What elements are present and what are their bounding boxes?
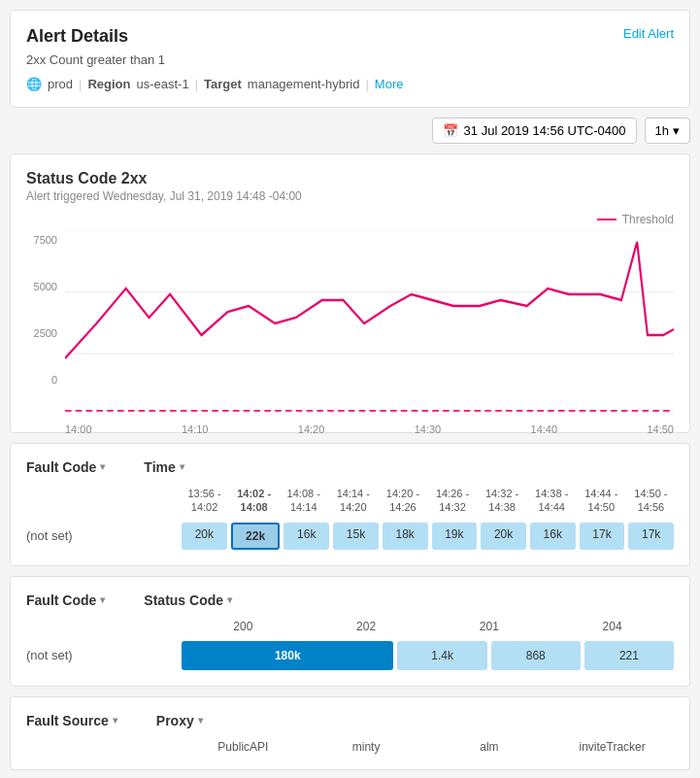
alert-env: prod <box>48 77 73 91</box>
alert-meta-row: 🌐 prod | Region us-east-1 | Target manag… <box>26 77 674 91</box>
status-cell-0[interactable]: 180k <box>182 641 393 670</box>
threshold-legend-label: Threshold <box>622 213 674 226</box>
time-col-header-1: 14:02 -14:08 <box>231 487 277 515</box>
threshold-legend-dash <box>597 219 617 220</box>
proxy-col-headers: PublicAPI minty alm inviteTracker <box>26 740 674 754</box>
chart-legend: Threshold <box>26 213 674 226</box>
proxy-arrow-icon: ▾ <box>198 715 203 726</box>
alert-details-header: Alert Details Edit Alert <box>26 26 674 47</box>
x-label-0: 14:00 <box>65 423 92 435</box>
status-cell-3[interactable]: 221 <box>584 641 674 670</box>
sep1: | <box>79 77 82 91</box>
fault-code-arrow-icon: ▾ <box>100 461 105 472</box>
proxy-col-header-1: minty <box>305 740 428 754</box>
fault-source-arrow-icon: ▾ <box>113 715 117 726</box>
status-code-label: Status Code <box>144 592 223 608</box>
region-value: us-east-1 <box>136 77 188 91</box>
status-code-dropdown[interactable]: Status Code ▾ <box>144 592 232 608</box>
fault-status-card: Fault Code ▾ Status Code ▾ 200 202 201 2… <box>10 576 690 687</box>
duration-button[interactable]: 1h ▾ <box>645 118 690 144</box>
time-cell-2[interactable]: 16k <box>283 523 329 550</box>
time-columns-header: 13:56 -14:02 14:02 -14:08 14:08 -14:14 1… <box>26 487 674 515</box>
fault-source-label: Fault Source <box>26 713 109 728</box>
time-cell-1[interactable]: 22k <box>231 523 281 550</box>
status-col-header-2: 201 <box>428 620 551 633</box>
time-cell-7[interactable]: 16k <box>530 523 576 550</box>
fault-source-dropdown[interactable]: Fault Source ▾ <box>26 713 117 728</box>
time-arrow-icon: ▾ <box>180 461 184 472</box>
time-col-header-0: 13:56 -14:02 <box>182 487 227 515</box>
duration-value: 1h <box>655 123 669 138</box>
status-cell-2[interactable]: 868 <box>491 641 581 670</box>
status-col-headers: 200 202 201 204 <box>26 620 674 633</box>
proxy-col-header-3: inviteTracker <box>550 740 674 754</box>
more-link[interactable]: More <box>375 77 404 91</box>
target-label: Target <box>204 77 242 91</box>
time-cell-5[interactable]: 19k <box>432 523 478 550</box>
status-header-cells: 200 202 201 204 <box>182 620 674 633</box>
globe-icon: 🌐 <box>26 77 42 91</box>
chart-svg-wrapper: 14:00 14:10 14:20 14:30 14:40 14:50 <box>65 230 674 417</box>
proxy-col-header-0: PublicAPI <box>182 740 305 754</box>
chart-title: Status Code 2xx <box>26 170 674 187</box>
proxy-dropdown[interactable]: Proxy ▾ <box>156 713 203 728</box>
sep2: | <box>195 77 198 91</box>
time-header-cells: 13:56 -14:02 14:02 -14:08 14:08 -14:14 1… <box>182 487 674 515</box>
time-col-header-5: 14:26 -14:32 <box>429 487 475 515</box>
chart-subtitle: Alert triggered Wednesday, Jul 31, 2019 … <box>26 189 674 203</box>
fault-time-row-label: (not set) <box>26 528 182 543</box>
status-col-header-1: 202 <box>305 620 428 633</box>
fault-code-label: Fault Code <box>26 459 96 475</box>
time-dropdown[interactable]: Time ▾ <box>144 459 183 475</box>
duration-arrow-icon: ▾ <box>673 123 680 138</box>
time-col-header-6: 14:32 -14:38 <box>480 487 525 515</box>
fault-time-card: Fault Code ▾ Time ▾ 13:56 -14:02 14:02 -… <box>10 443 690 566</box>
fault-code-arrow-icon-2: ▾ <box>100 594 105 605</box>
time-cell-0[interactable]: 20k <box>182 523 227 550</box>
y-label-3: 0 <box>51 374 57 386</box>
alert-details-card: Alert Details Edit Alert 2xx Count great… <box>10 10 690 108</box>
time-cell-6[interactable]: 20k <box>481 523 526 550</box>
edit-alert-link[interactable]: Edit Alert <box>623 26 674 41</box>
fault-code-dropdown[interactable]: Fault Code ▾ <box>26 459 105 475</box>
fault-status-row-label: (not set) <box>26 648 182 662</box>
region-label: Region <box>87 77 130 91</box>
fault-code-label-2: Fault Code <box>26 592 96 608</box>
time-label: Time <box>144 459 175 475</box>
alert-title: Alert Details <box>26 26 128 47</box>
controls-row: 📅 31 Jul 2019 14:56 UTC-0400 1h ▾ <box>10 118 690 144</box>
alert-condition: 2xx Count greater than 1 <box>26 52 674 67</box>
proxy-header-cells: PublicAPI minty alm inviteTracker <box>182 740 674 754</box>
status-col-header-3: 204 <box>550 620 674 633</box>
x-label-3: 14:30 <box>415 423 442 435</box>
datetime-button[interactable]: 📅 31 Jul 2019 14:56 UTC-0400 <box>432 118 637 144</box>
time-col-header-9: 14:50 -14:56 <box>628 487 674 515</box>
x-label-4: 14:40 <box>531 423 558 435</box>
status-col-header-0: 200 <box>182 620 305 633</box>
status-cell-1[interactable]: 1.4k <box>397 641 486 670</box>
time-cell-8[interactable]: 17k <box>580 523 625 550</box>
fault-code-dropdown-2[interactable]: Fault Code ▾ <box>26 592 105 608</box>
sep3: | <box>365 77 368 91</box>
time-cell-4[interactable]: 18k <box>383 523 428 550</box>
time-col-header-8: 14:44 -14:50 <box>579 487 624 515</box>
fault-status-header: Fault Code ▾ Status Code ▾ <box>26 592 674 608</box>
x-label-2: 14:20 <box>298 423 325 435</box>
chart-svg <box>65 230 674 417</box>
chart-card: Status Code 2xx Alert triggered Wednesda… <box>10 153 690 433</box>
target-value: management-hybrid <box>248 77 360 91</box>
time-cell-9[interactable]: 17k <box>628 523 674 550</box>
fault-source-card: Fault Source ▾ Proxy ▾ PublicAPI minty a… <box>10 696 690 770</box>
x-label-1: 14:10 <box>182 423 209 435</box>
fault-status-cells: 180k 1.4k 868 221 <box>182 641 674 670</box>
time-cell-3[interactable]: 15k <box>333 523 379 550</box>
fault-time-cells: 20k 22k 16k 15k 18k 19k 20k 16k 17k 17k <box>182 523 674 550</box>
status-code-arrow-icon: ▾ <box>227 594 232 605</box>
fault-time-header: Fault Code ▾ Time ▾ <box>26 459 674 475</box>
y-axis: 7500 5000 2500 0 <box>26 230 61 386</box>
y-label-1: 5000 <box>34 281 57 292</box>
x-axis-labels: 14:00 14:10 14:20 14:30 14:40 14:50 <box>65 423 674 435</box>
y-label-2: 2500 <box>34 327 57 339</box>
time-col-header-3: 14:14 -14:20 <box>330 487 376 515</box>
y-label-0: 7500 <box>34 234 57 246</box>
